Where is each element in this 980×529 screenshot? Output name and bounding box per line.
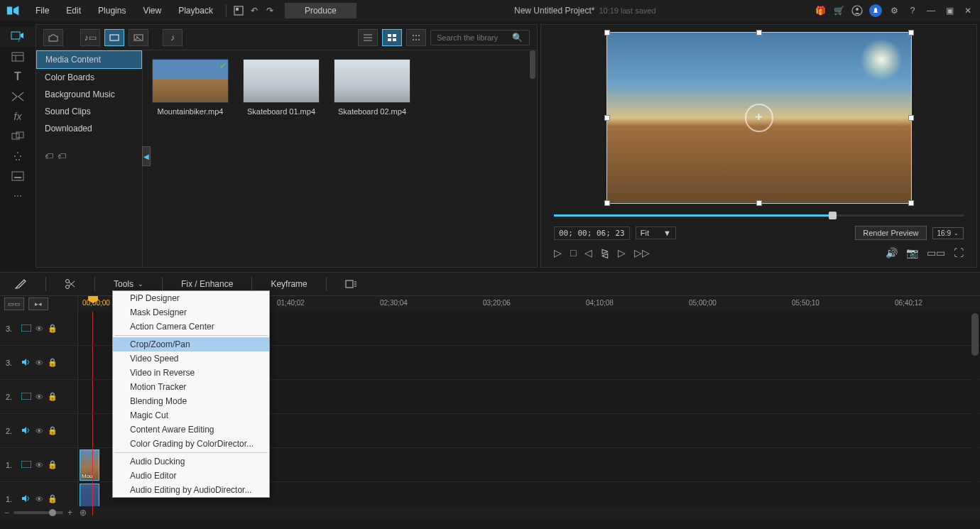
- track-visibility-icon[interactable]: 👁: [36, 427, 43, 435]
- media-item[interactable]: Skateboard 02.mp4: [333, 59, 411, 116]
- lib-view-video-icon[interactable]: [104, 29, 124, 46]
- tools-dropdown-button[interactable]: Tools⌄: [108, 276, 149, 292]
- notification-icon[interactable]: [869, 4, 882, 17]
- tools-menu-item[interactable]: Audio Editing by AudioDirector...: [113, 483, 269, 497]
- lib-view-options-icon[interactable]: [406, 29, 426, 46]
- gift-icon[interactable]: 🎁: [814, 4, 827, 17]
- lib-view-grid-icon[interactable]: [382, 29, 402, 46]
- media-thumbnail[interactable]: [243, 59, 320, 103]
- zoom-in-icon[interactable]: +: [67, 508, 72, 518]
- rail-transition-icon[interactable]: [0, 87, 36, 107]
- track-lock-icon[interactable]: 🔒: [48, 324, 58, 333]
- rail-particle-icon[interactable]: [0, 146, 36, 166]
- tools-menu-item[interactable]: Content Aware Editing: [113, 422, 269, 437]
- tools-menu-item[interactable]: Action Camera Center: [113, 320, 269, 334]
- preview-frame[interactable]: +: [606, 32, 912, 204]
- produce-button[interactable]: Produce: [285, 3, 356, 18]
- user-icon[interactable]: [851, 4, 864, 17]
- tools-menu-item[interactable]: Crop/Zoom/Pan: [113, 337, 269, 351]
- tools-menu-item[interactable]: Blending Mode: [113, 394, 269, 408]
- timeline-view-markers-icon[interactable]: ▸◂: [28, 298, 48, 310]
- track-visibility-icon[interactable]: 👁: [36, 325, 43, 333]
- menu-edit[interactable]: Edit: [59, 3, 88, 18]
- tools-menu-item[interactable]: Mask Designer: [113, 305, 269, 320]
- tools-menu-item[interactable]: PiP Designer: [113, 291, 269, 305]
- timecode-display[interactable]: 00; 00; 06; 23: [554, 227, 630, 240]
- zoom-fit-icon[interactable]: ⊕: [80, 508, 87, 518]
- lib-cat-sound-clips[interactable]: Sound Clips: [36, 103, 142, 120]
- track-label[interactable]: 3.👁🔒: [0, 312, 78, 345]
- search-icon[interactable]: 🔍: [512, 33, 523, 43]
- rail-templates-icon[interactable]: [0, 47, 36, 67]
- snapshot-icon[interactable]: 📷: [906, 247, 918, 258]
- slider-thumb[interactable]: [829, 212, 837, 219]
- cart-icon[interactable]: 🛒: [832, 4, 845, 17]
- track-lock-icon[interactable]: 🔒: [48, 358, 58, 367]
- tools-menu-item[interactable]: Audio Editor: [113, 469, 269, 483]
- timeline-zoom-slider[interactable]: [13, 511, 63, 514]
- library-search[interactable]: 🔍: [430, 30, 530, 45]
- resize-handle-tr[interactable]: [908, 30, 914, 36]
- lib-view-list-icon[interactable]: [358, 29, 378, 46]
- pen-tool-icon[interactable]: [9, 276, 33, 293]
- media-thumbnail[interactable]: [334, 59, 410, 103]
- track-label[interactable]: 2.👁🔒: [0, 414, 78, 447]
- tag-add-icon[interactable]: 🏷: [45, 151, 53, 161]
- tools-menu-item[interactable]: Magic Cut: [113, 408, 269, 422]
- lib-view-audio-icon[interactable]: ♪: [163, 29, 183, 46]
- tools-menu-item[interactable]: Motion Tracker: [113, 380, 269, 394]
- next-frame-icon[interactable]: ▷: [618, 247, 626, 258]
- play-icon[interactable]: ▷: [554, 247, 562, 258]
- resize-handle-ml[interactable]: [604, 115, 610, 121]
- fast-forward-icon[interactable]: ▷▷: [634, 247, 650, 258]
- popout-icon[interactable]: ⛶: [954, 247, 964, 258]
- resize-handle-bl[interactable]: [604, 200, 610, 206]
- tag-remove-icon[interactable]: 🏷: [58, 151, 66, 161]
- import-icon[interactable]: [43, 29, 63, 46]
- fix-enhance-button[interactable]: Fix / Enhance: [175, 276, 239, 292]
- render-preview-button[interactable]: Render Preview: [855, 226, 926, 240]
- lib-cat-media-content[interactable]: Media Content: [36, 50, 142, 69]
- resize-handle-tl[interactable]: [604, 30, 610, 36]
- rail-more-icon[interactable]: ⋯: [0, 186, 36, 206]
- track-label[interactable]: 2.👁🔒: [0, 380, 78, 413]
- undo-icon[interactable]: ↶: [248, 4, 261, 17]
- media-item[interactable]: ✔ Mountainbiker.mp4: [151, 59, 229, 116]
- rail-media-icon[interactable]: ♪: [0, 27, 36, 47]
- resize-handle-br[interactable]: [908, 200, 914, 206]
- track-visibility-icon[interactable]: 👁: [36, 393, 43, 401]
- step-back-icon[interactable]: ⧎: [601, 247, 609, 258]
- library-search-input[interactable]: [437, 33, 508, 42]
- stop-icon[interactable]: □: [570, 247, 576, 258]
- lib-cat-background-music[interactable]: Background Music: [36, 86, 142, 103]
- prev-frame-icon[interactable]: ◁: [584, 247, 592, 258]
- library-scrollbar[interactable]: [530, 50, 535, 267]
- resize-handle-bm[interactable]: [756, 200, 762, 206]
- menu-playback[interactable]: Playback: [171, 3, 220, 18]
- volume-icon[interactable]: 🔊: [886, 247, 898, 258]
- rail-subtitle-icon[interactable]: [0, 166, 36, 186]
- resize-handle-mr[interactable]: [908, 115, 914, 121]
- lib-cat-color-boards[interactable]: Color Boards: [36, 69, 142, 86]
- lib-cat-downloaded[interactable]: Downloaded: [36, 120, 142, 137]
- timeline-view-clips-icon[interactable]: ▭▭: [4, 298, 24, 310]
- screenshot-icon[interactable]: [232, 4, 245, 17]
- zoom-fit-select[interactable]: Fit▼: [636, 227, 676, 239]
- timeline-vertical-scrollbar[interactable]: [971, 313, 979, 508]
- track-visibility-icon[interactable]: 👁: [36, 359, 43, 367]
- zoom-thumb[interactable]: [49, 509, 56, 516]
- track-lock-icon[interactable]: 🔒: [48, 494, 58, 503]
- track-label[interactable]: 3.👁🔒: [0, 346, 78, 379]
- tools-menu-item[interactable]: Video Speed: [113, 351, 269, 366]
- track-lock-icon[interactable]: 🔒: [48, 426, 58, 435]
- track-lock-icon[interactable]: 🔒: [48, 460, 58, 469]
- minimize-icon[interactable]: —: [925, 4, 937, 17]
- aspect-ratio-button[interactable]: 16:9⌄: [932, 227, 964, 239]
- track-label[interactable]: 1.👁🔒: [0, 448, 78, 481]
- scrollbar-thumb[interactable]: [971, 313, 979, 356]
- preview-canvas[interactable]: +: [545, 29, 972, 206]
- track-lock-icon[interactable]: 🔒: [48, 392, 58, 401]
- rail-title-icon[interactable]: T: [0, 67, 36, 87]
- preview-seek-slider[interactable]: [554, 210, 964, 222]
- menu-plugins[interactable]: Plugins: [91, 3, 133, 18]
